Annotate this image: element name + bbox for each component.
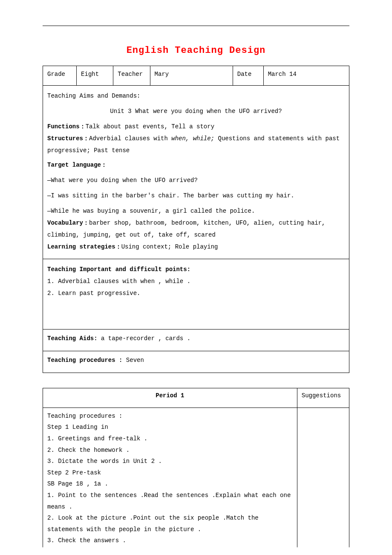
- date-label: Date: [233, 66, 263, 85]
- unit-title: Unit 3 What were you doing when the UFO …: [47, 105, 345, 117]
- vocab-text: barber shop, bathroom, bedroom, kitchen,…: [47, 220, 326, 238]
- important-p2: 2. Learn past progressive.: [47, 287, 345, 299]
- strategies-line: Learning strategies：Using context; Role …: [47, 241, 345, 253]
- period-title: Period 1: [43, 388, 297, 408]
- grade-value: Eight: [77, 66, 113, 85]
- design-table: Grade Eight Teacher Mary Date March 14 T…: [43, 66, 349, 373]
- vocab-line: Vocabulary：barber shop, bathroom, bedroo…: [47, 217, 345, 241]
- structures-line: Structures：Adverbial clauses with when, …: [47, 133, 345, 156]
- step2-item1: 1. Point to the sentences .Read the sent…: [47, 490, 293, 512]
- important-row: Teaching Important and difficult points:…: [43, 259, 349, 329]
- aims-cell: Teaching Aims and Demands: Unit 3 What w…: [43, 85, 349, 259]
- suggestions-header: Suggestions: [297, 388, 349, 408]
- grade-label: Grade: [43, 66, 77, 85]
- functions-text: Talk about past events, Tell a story: [86, 123, 214, 130]
- period-header-row: Period 1 Suggestions: [43, 388, 349, 408]
- target-label: Target language：: [47, 159, 345, 171]
- important-p1: 1. Adverbial clauses with when , while .: [47, 275, 345, 287]
- period-body-cell: Teaching procedures : Step 1 Leading in …: [43, 408, 297, 547]
- proc-count-row: Teaching procedures : Seven: [43, 351, 349, 373]
- document-title: English Teaching Design: [43, 43, 349, 58]
- teacher-label: Teacher: [113, 66, 150, 85]
- aims-heading: Teaching Aims and Demands:: [47, 90, 345, 102]
- target-line-2: —I was sitting in the barber's chair. Th…: [47, 190, 345, 202]
- strategies-text: Using context; Role playing: [121, 243, 218, 250]
- suggestions-cell: [297, 408, 349, 547]
- structures-label: Structures：: [47, 135, 89, 142]
- teacher-value: Mary: [150, 66, 233, 85]
- aids-label: Teaching Aids:: [47, 335, 98, 342]
- proc-count-cell: Teaching procedures : Seven: [43, 351, 349, 373]
- date-value: March 14: [263, 66, 349, 85]
- proc-count-text: Seven: [122, 357, 144, 364]
- proc-label: Teaching procedures :: [47, 410, 293, 422]
- functions-label: Functions：: [47, 123, 86, 130]
- target-line-3: —While he was buying a souvenir, a girl …: [47, 205, 345, 217]
- step1-item2: 2. Check the homework .: [47, 445, 293, 456]
- step2-item3: 3. Check the answers .: [47, 535, 293, 546]
- aids-cell: Teaching Aids: a tape-recorder , cards .: [43, 329, 349, 351]
- structures-italic: when, while;: [171, 135, 214, 142]
- important-heading: Teaching Important and difficult points:: [47, 263, 345, 275]
- aids-row: Teaching Aids: a tape-recorder , cards .: [43, 329, 349, 351]
- structures-pre: Adverbial clauses with: [89, 135, 171, 142]
- vocab-label: Vocabulary：: [47, 220, 89, 226]
- aims-row: Teaching Aims and Demands: Unit 3 What w…: [43, 85, 349, 259]
- strategies-label: Learning strategies：: [47, 243, 121, 250]
- target-line-1: —What were you doing when the UFO arrive…: [47, 174, 345, 186]
- top-horizontal-rule: [43, 26, 349, 26]
- aids-text: a tape-recorder , cards .: [98, 335, 190, 342]
- header-row: Grade Eight Teacher Mary Date March 14: [43, 66, 349, 85]
- period-table: Period 1 Suggestions Teaching procedures…: [43, 388, 349, 547]
- step2-item2: 2. Look at the picture .Point out the si…: [47, 512, 293, 535]
- step2-label: Step 2 Pre-task: [47, 467, 293, 479]
- step1-item3: 3. Dictate the words in Unit 2 .: [47, 456, 293, 467]
- functions-line: Functions：Talk about past events, Tell a…: [47, 121, 345, 133]
- step1-item1: 1. Greetings and free-talk .: [47, 433, 293, 445]
- period-body-row: Teaching procedures : Step 1 Leading in …: [43, 408, 349, 547]
- step1-label: Step 1 Leading in: [47, 422, 293, 433]
- proc-count-label: Teaching procedures :: [47, 357, 122, 364]
- important-cell: Teaching Important and difficult points:…: [43, 259, 349, 329]
- step2-sb: SB Page 18 , 1a .: [47, 478, 293, 490]
